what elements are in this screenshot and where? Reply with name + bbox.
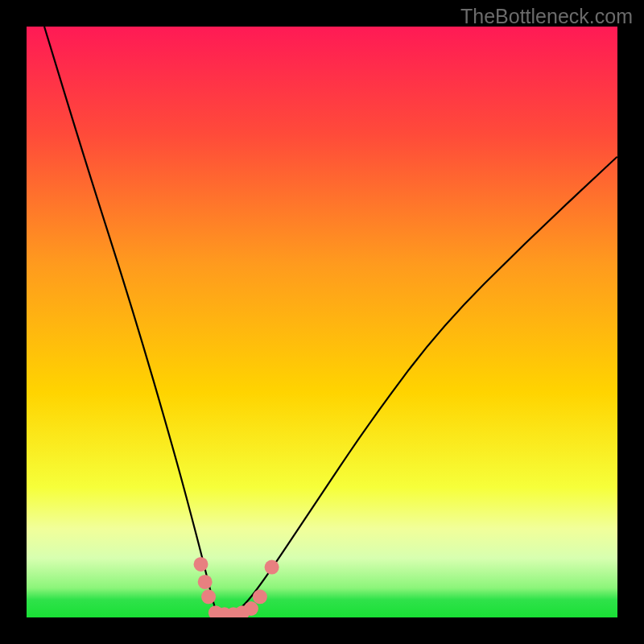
curve-right-path xyxy=(221,156,617,617)
marker-group xyxy=(194,557,279,617)
watermark-text: TheBottleneck.com xyxy=(460,5,633,28)
curve-left-path xyxy=(44,27,221,617)
marker-dot xyxy=(194,557,208,572)
marker-dot xyxy=(253,589,267,604)
plot-area xyxy=(27,27,617,617)
marker-dot xyxy=(198,575,213,589)
marker-dot xyxy=(201,589,216,604)
marker-dot xyxy=(265,560,279,575)
marker-dot xyxy=(244,601,258,616)
chart-frame: TheBottleneck.com xyxy=(0,0,644,644)
bottleneck-curve xyxy=(27,27,617,617)
